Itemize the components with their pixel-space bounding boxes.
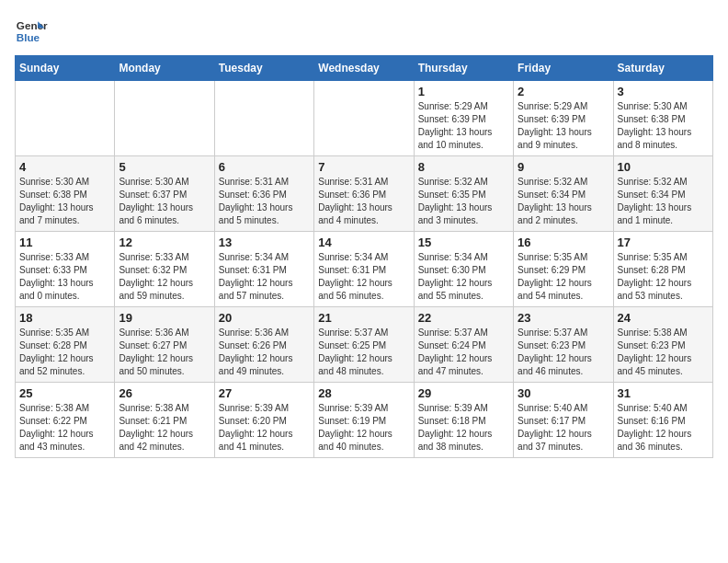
calendar-cell: [115, 81, 214, 156]
day-info: Sunrise: 5:29 AM Sunset: 6:39 PM Dayligh…: [418, 100, 509, 152]
day-info: Sunrise: 5:40 AM Sunset: 6:17 PM Dayligh…: [518, 402, 609, 454]
day-number: 17: [618, 236, 709, 249]
day-number: 5: [119, 160, 210, 174]
day-number: 18: [19, 311, 110, 325]
day-number: 24: [618, 311, 709, 325]
calendar-cell: 23Sunrise: 5:37 AM Sunset: 6:23 PM Dayli…: [514, 307, 613, 383]
calendar-cell: 25Sunrise: 5:38 AM Sunset: 6:22 PM Dayli…: [16, 383, 115, 458]
logo-icon: General Blue: [15, 15, 48, 48]
day-number: 10: [618, 160, 709, 174]
day-info: Sunrise: 5:37 AM Sunset: 6:25 PM Dayligh…: [318, 327, 409, 378]
calendar-cell: [314, 81, 414, 156]
day-number: 6: [219, 160, 310, 174]
day-number: 15: [418, 236, 509, 249]
weekday-header-wednesday: Wednesday: [314, 56, 414, 81]
calendar-cell: 21Sunrise: 5:37 AM Sunset: 6:25 PM Dayli…: [314, 307, 414, 383]
day-info: Sunrise: 5:32 AM Sunset: 6:34 PM Dayligh…: [618, 176, 709, 227]
calendar-cell: 30Sunrise: 5:40 AM Sunset: 6:17 PM Dayli…: [514, 383, 613, 458]
svg-text:Blue: Blue: [17, 31, 40, 43]
day-info: Sunrise: 5:39 AM Sunset: 6:19 PM Dayligh…: [318, 402, 409, 454]
calendar-cell: 16Sunrise: 5:35 AM Sunset: 6:29 PM Dayli…: [514, 232, 613, 307]
day-info: Sunrise: 5:30 AM Sunset: 6:37 PM Dayligh…: [119, 176, 210, 227]
day-info: Sunrise: 5:31 AM Sunset: 6:36 PM Dayligh…: [219, 176, 310, 227]
weekday-header-saturday: Saturday: [613, 56, 712, 81]
day-info: Sunrise: 5:31 AM Sunset: 6:36 PM Dayligh…: [318, 176, 409, 227]
day-info: Sunrise: 5:30 AM Sunset: 6:38 PM Dayligh…: [19, 176, 110, 227]
day-info: Sunrise: 5:40 AM Sunset: 6:16 PM Dayligh…: [618, 402, 709, 454]
calendar-cell: 3Sunrise: 5:30 AM Sunset: 6:38 PM Daylig…: [613, 81, 712, 156]
day-number: 27: [219, 386, 310, 400]
calendar-week-4: 18Sunrise: 5:35 AM Sunset: 6:28 PM Dayli…: [16, 307, 713, 383]
calendar-cell: 10Sunrise: 5:32 AM Sunset: 6:34 PM Dayli…: [613, 156, 712, 232]
calendar-cell: 8Sunrise: 5:32 AM Sunset: 6:35 PM Daylig…: [414, 156, 513, 232]
calendar-week-5: 25Sunrise: 5:38 AM Sunset: 6:22 PM Dayli…: [16, 383, 713, 458]
calendar-cell: 17Sunrise: 5:35 AM Sunset: 6:28 PM Dayli…: [613, 232, 712, 307]
day-info: Sunrise: 5:32 AM Sunset: 6:34 PM Dayligh…: [518, 176, 609, 227]
day-number: 11: [19, 236, 110, 249]
weekday-header-friday: Friday: [514, 56, 613, 81]
day-info: Sunrise: 5:35 AM Sunset: 6:28 PM Dayligh…: [19, 327, 110, 378]
calendar-cell: 9Sunrise: 5:32 AM Sunset: 6:34 PM Daylig…: [514, 156, 613, 232]
day-number: 22: [418, 311, 509, 325]
calendar-cell: 20Sunrise: 5:36 AM Sunset: 6:26 PM Dayli…: [214, 307, 313, 383]
calendar-cell: 14Sunrise: 5:34 AM Sunset: 6:31 PM Dayli…: [314, 232, 414, 307]
calendar-cell: 1Sunrise: 5:29 AM Sunset: 6:39 PM Daylig…: [414, 81, 513, 156]
day-info: Sunrise: 5:35 AM Sunset: 6:28 PM Dayligh…: [618, 251, 709, 303]
day-info: Sunrise: 5:36 AM Sunset: 6:27 PM Dayligh…: [119, 327, 210, 378]
calendar-week-2: 4Sunrise: 5:30 AM Sunset: 6:38 PM Daylig…: [16, 156, 713, 232]
day-number: 25: [19, 386, 110, 400]
calendar-cell: 15Sunrise: 5:34 AM Sunset: 6:30 PM Dayli…: [414, 232, 513, 307]
logo: General Blue: [15, 15, 48, 48]
day-info: Sunrise: 5:38 AM Sunset: 6:21 PM Dayligh…: [119, 402, 210, 454]
calendar-cell: 19Sunrise: 5:36 AM Sunset: 6:27 PM Dayli…: [115, 307, 214, 383]
weekday-header-monday: Monday: [115, 56, 214, 81]
day-number: 31: [618, 386, 709, 400]
weekday-header-sunday: Sunday: [16, 56, 115, 81]
day-number: 28: [318, 386, 409, 400]
day-number: 13: [219, 236, 310, 249]
day-info: Sunrise: 5:34 AM Sunset: 6:30 PM Dayligh…: [418, 251, 509, 303]
day-info: Sunrise: 5:39 AM Sunset: 6:18 PM Dayligh…: [418, 402, 509, 454]
calendar-cell: [214, 81, 313, 156]
day-info: Sunrise: 5:33 AM Sunset: 6:32 PM Dayligh…: [119, 251, 210, 303]
day-info: Sunrise: 5:38 AM Sunset: 6:22 PM Dayligh…: [19, 402, 110, 454]
calendar-week-1: 1Sunrise: 5:29 AM Sunset: 6:39 PM Daylig…: [16, 81, 713, 156]
calendar-cell: 13Sunrise: 5:34 AM Sunset: 6:31 PM Dayli…: [214, 232, 313, 307]
day-number: 26: [119, 386, 210, 400]
day-number: 30: [518, 386, 609, 400]
day-number: 9: [518, 160, 609, 174]
day-number: 7: [318, 160, 409, 174]
calendar-cell: 26Sunrise: 5:38 AM Sunset: 6:21 PM Dayli…: [115, 383, 214, 458]
weekday-header-thursday: Thursday: [414, 56, 513, 81]
day-info: Sunrise: 5:34 AM Sunset: 6:31 PM Dayligh…: [318, 251, 409, 303]
day-number: 3: [618, 85, 709, 98]
day-number: 4: [19, 160, 110, 174]
calendar-cell: 28Sunrise: 5:39 AM Sunset: 6:19 PM Dayli…: [314, 383, 414, 458]
day-number: 8: [418, 160, 509, 174]
day-number: 19: [119, 311, 210, 325]
day-info: Sunrise: 5:29 AM Sunset: 6:39 PM Dayligh…: [518, 100, 609, 152]
calendar-cell: 24Sunrise: 5:38 AM Sunset: 6:23 PM Dayli…: [613, 307, 712, 383]
calendar-cell: 22Sunrise: 5:37 AM Sunset: 6:24 PM Dayli…: [414, 307, 513, 383]
calendar-week-3: 11Sunrise: 5:33 AM Sunset: 6:33 PM Dayli…: [16, 232, 713, 307]
day-number: 29: [418, 386, 509, 400]
day-info: Sunrise: 5:32 AM Sunset: 6:35 PM Dayligh…: [418, 176, 509, 227]
day-number: 2: [518, 85, 609, 98]
calendar-cell: 4Sunrise: 5:30 AM Sunset: 6:38 PM Daylig…: [16, 156, 115, 232]
calendar-cell: 31Sunrise: 5:40 AM Sunset: 6:16 PM Dayli…: [613, 383, 712, 458]
weekday-header-row: SundayMondayTuesdayWednesdayThursdayFrid…: [16, 56, 713, 81]
day-number: 20: [219, 311, 310, 325]
day-info: Sunrise: 5:36 AM Sunset: 6:26 PM Dayligh…: [219, 327, 310, 378]
day-info: Sunrise: 5:37 AM Sunset: 6:23 PM Dayligh…: [518, 327, 609, 378]
calendar-cell: 11Sunrise: 5:33 AM Sunset: 6:33 PM Dayli…: [16, 232, 115, 307]
day-info: Sunrise: 5:37 AM Sunset: 6:24 PM Dayligh…: [418, 327, 509, 378]
calendar-cell: 12Sunrise: 5:33 AM Sunset: 6:32 PM Dayli…: [115, 232, 214, 307]
day-info: Sunrise: 5:35 AM Sunset: 6:29 PM Dayligh…: [518, 251, 609, 303]
calendar: SundayMondayTuesdayWednesdayThursdayFrid…: [15, 55, 713, 458]
day-number: 14: [318, 236, 409, 249]
calendar-cell: 2Sunrise: 5:29 AM Sunset: 6:39 PM Daylig…: [514, 81, 613, 156]
calendar-cell: 18Sunrise: 5:35 AM Sunset: 6:28 PM Dayli…: [16, 307, 115, 383]
day-number: 16: [518, 236, 609, 249]
calendar-cell: 6Sunrise: 5:31 AM Sunset: 6:36 PM Daylig…: [214, 156, 313, 232]
day-info: Sunrise: 5:30 AM Sunset: 6:38 PM Dayligh…: [618, 100, 709, 152]
